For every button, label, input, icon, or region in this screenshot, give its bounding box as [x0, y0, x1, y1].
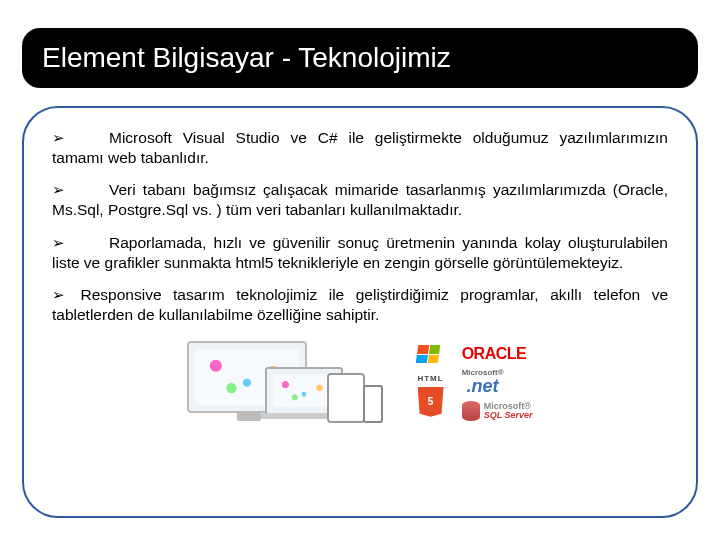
dotnet-text: .net [467, 377, 499, 395]
bullet-item: ➢Raporlamada, hızlı ve güvenilir sonuç ü… [52, 233, 668, 273]
right-stack: Microsoft® .net Microsoft® SQL Server [462, 369, 533, 421]
sqlserver-logo: Microsoft® SQL Server [462, 401, 533, 421]
page-title: Element Bilgisayar - Teknolojimiz [42, 42, 451, 74]
title-bar: Element Bilgisayar - Teknolojimiz [22, 28, 698, 88]
oracle-logo: ORACLE [462, 345, 533, 363]
phone-icon [363, 385, 383, 423]
sqlserver-label: Microsoft® SQL Server [484, 402, 533, 420]
sql-product: SQL Server [484, 411, 533, 420]
bullet-text: Veri tabanı bağımsız çalışacak mimaride … [52, 181, 668, 218]
html5-label: HTML [417, 374, 443, 383]
bullet-arrow-icon: ➢ [52, 181, 65, 198]
bullet-item: ➢Veri tabanı bağımsız çalışacak mimaride… [52, 180, 668, 220]
responsive-devices-graphic [187, 337, 387, 429]
bullet-text: Responsive tasarım teknolojimiz ile geli… [52, 286, 668, 323]
bullet-text: Raporlamada, hızlı ve güvenilir sonuç ür… [52, 234, 668, 271]
html5-shield-icon: 5 [418, 387, 444, 417]
windows-flag-icon [416, 345, 441, 363]
bullet-text: Microsoft Visual Studio ve C# ile gelişt… [52, 129, 668, 166]
bullet-item: ➢Microsoft Visual Studio ve C# ile geliş… [52, 128, 668, 168]
content-panel: ➢Microsoft Visual Studio ve C# ile geliş… [22, 106, 698, 518]
tablet-icon [327, 373, 365, 423]
bullet-arrow-icon: ➢ [52, 234, 65, 251]
database-icon [462, 401, 480, 421]
html5-logo: HTML 5 [417, 374, 443, 417]
bullet-item: ➢ Responsive tasarım teknolojimiz ile ge… [52, 285, 668, 325]
windows-logo [417, 345, 443, 363]
illustration-row: ORACLE HTML 5 Microsoft® .net Microsoft®… [52, 337, 668, 429]
bullet-arrow-icon: ➢ [52, 129, 65, 146]
bullet-arrow-icon: ➢ [52, 286, 65, 303]
tech-logos-grid: ORACLE HTML 5 Microsoft® .net Microsoft®… [417, 345, 532, 421]
dotnet-logo: Microsoft® .net [462, 369, 504, 395]
